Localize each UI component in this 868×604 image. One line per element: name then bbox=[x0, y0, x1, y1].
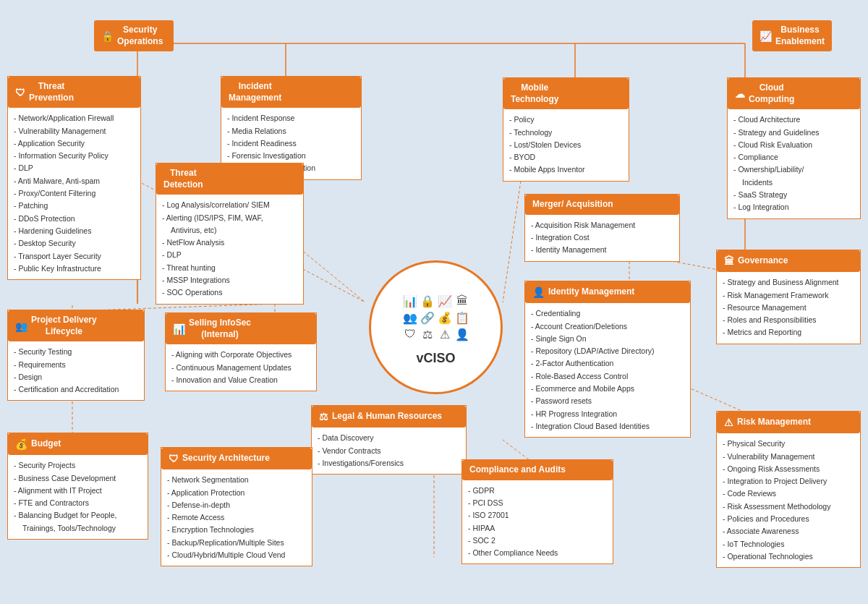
td-item-1: Log Analysis/correlation/ SIEM bbox=[162, 199, 297, 211]
pdl-item-3: Design bbox=[14, 371, 138, 383]
threat-detection-title: ThreatDetection bbox=[163, 168, 203, 190]
security-architecture-header: 🛡 Security Architecture bbox=[161, 448, 312, 469]
cc-item-1: Cloud Architecture bbox=[733, 114, 854, 126]
threat-prevention-title: ThreatPrevention bbox=[29, 81, 74, 103]
compliance-audits-content: GDPR PCI DSS ISO 27001 HIPAA SOC 2 Other… bbox=[462, 480, 613, 564]
sa-item-5: Encryption Technologies bbox=[167, 524, 306, 536]
tp-item-5: DLP bbox=[14, 162, 135, 174]
compliance-audits-header: Compliance and Audits bbox=[462, 460, 613, 480]
identity-management-box: 👤 Identity Management Credentialing Acco… bbox=[524, 281, 691, 438]
im-item-3: Incident Readiness bbox=[227, 137, 355, 150]
merger-acquisition-content: Acquisition Risk Management Integration … bbox=[525, 215, 679, 261]
rm-item-6: Risk Assessment Methodology bbox=[723, 501, 854, 513]
td-item-4: DLP bbox=[162, 249, 297, 261]
td-item-2: Alerting (IDS/IPS, FIM, WAF, bbox=[162, 212, 297, 224]
budget-icon: 💰 bbox=[15, 438, 27, 451]
vciso-label: vCISO bbox=[416, 351, 455, 366]
center-icons: 📊 🔒 📈 🏛 👥 🔗 💰 📋 🛡 ⚖ ⚠ 👤 bbox=[397, 289, 475, 347]
sa-item-6: Backup/Replication/Multiple Sites bbox=[167, 537, 306, 549]
idm-item-7: Ecommerce and Mobile Apps bbox=[531, 383, 684, 395]
sa-item-7: Cloud/Hybrid/Multiple Cloud Vend bbox=[167, 549, 306, 561]
gov-item-2: Risk Management Framework bbox=[723, 289, 854, 302]
tp-item-7: Proxy/Content Filtering bbox=[14, 187, 135, 200]
tp-item-10: Hardening Guidelines bbox=[14, 225, 135, 237]
idm-item-9: HR Progress Integration bbox=[531, 408, 684, 420]
chart-icon: 📊 bbox=[403, 294, 417, 308]
budget-box: 💰 Budget Security Projects Business Case… bbox=[7, 433, 148, 540]
rm-icon: ⚠ bbox=[724, 416, 733, 429]
td-item-6: MSSP Integrations bbox=[162, 274, 297, 286]
incident-management-title: IncidentManagement bbox=[229, 81, 281, 103]
project-delivery-title: Project DeliveryLifecycle bbox=[31, 315, 97, 337]
threat-prevention-content: Network/Application Firewall Vulnerabili… bbox=[8, 108, 140, 279]
rm-item-3: Ongoing Risk Assessments bbox=[723, 463, 854, 475]
cloud-computing-title: CloudComputing bbox=[749, 82, 794, 105]
network-icon: 🔗 bbox=[420, 311, 435, 325]
si-item-1: Aligning with Corporate Objectives bbox=[171, 349, 310, 361]
td-item-5: Threat hunting bbox=[162, 262, 297, 274]
governance-box: 🏛 Governance Strategy and Business Align… bbox=[716, 250, 861, 344]
gov-item-4: Roles and Responsibilities bbox=[723, 314, 854, 326]
legal-hr-title: Legal & Human Resources bbox=[332, 411, 442, 422]
sa-icon: 🛡 bbox=[169, 452, 179, 465]
shield-tp-icon: 🛡 bbox=[15, 86, 25, 99]
money-icon: 💰 bbox=[438, 311, 452, 325]
user-icon: 👤 bbox=[455, 328, 469, 341]
legal-icon: ⚖ bbox=[319, 410, 328, 423]
compliance-audits-box: Compliance and Audits GDPR PCI DSS ISO 2… bbox=[461, 459, 613, 564]
budget-content: Security Projects Business Case Developm… bbox=[8, 455, 148, 539]
mobile-technology-title: MobileTechnology bbox=[511, 82, 558, 105]
idm-item-4: Repository (LDAP/Active Directory) bbox=[531, 345, 684, 357]
sa-item-2: Application Protection bbox=[167, 487, 306, 499]
si-icon: 📊 bbox=[173, 323, 185, 336]
ca-item-1: GDPR bbox=[468, 485, 607, 497]
security-architecture-title: Security Architecture bbox=[182, 453, 270, 464]
lhr-item-2: Vendor Contracts bbox=[318, 445, 460, 457]
ca-item-6: Other Compliance Needs bbox=[468, 547, 607, 559]
ma-item-2: Integration Cost bbox=[531, 231, 673, 244]
tp-item-4: Information Security Policy bbox=[14, 150, 135, 162]
governance-header: 🏛 Governance bbox=[717, 250, 860, 272]
warning-icon: ⚠ bbox=[438, 328, 452, 341]
ca-item-2: PCI DSS bbox=[468, 497, 607, 509]
cc-item-7: Log Integration bbox=[733, 201, 854, 213]
business-enablement-title: BusinessEnablement bbox=[775, 25, 825, 47]
gov-item-3: Resource Management bbox=[723, 302, 854, 314]
cc-item-5: Ownership/Liability/ bbox=[733, 163, 854, 176]
b-item-4: FTE and Contractors bbox=[14, 497, 142, 509]
sa-item-3: Defense-in-depth bbox=[167, 499, 306, 511]
gov-item-1: Strategy and Business Alignment bbox=[723, 276, 854, 289]
mt-item-4: BYOD bbox=[509, 151, 623, 163]
cloud-computing-box: ☁ CloudComputing Cloud Architecture Stra… bbox=[727, 77, 861, 219]
td-item-2b: Antivirus, etc) bbox=[162, 224, 297, 237]
identity-management-title: Identity Management bbox=[548, 286, 634, 298]
idm-item-5: 2-Factor Authentication bbox=[531, 357, 684, 370]
tp-item-9: DDoS Protection bbox=[14, 213, 135, 225]
ma-item-3: Identity Management bbox=[531, 244, 673, 256]
idm-item-6: Role-Based Access Control bbox=[531, 370, 684, 383]
building-icon: 🏛 bbox=[455, 294, 469, 308]
mt-item-2: Technology bbox=[509, 127, 623, 139]
sa-item-1: Network Segmentation bbox=[167, 474, 306, 486]
b-item-5b: Trainings, Tools/Technology bbox=[14, 522, 142, 535]
rm-item-9: IoT Technologies bbox=[723, 538, 854, 550]
legal-hr-box: ⚖ Legal & Human Resources Data Discovery… bbox=[311, 405, 467, 475]
tp-item-6: Anti Malware, Anti-spam bbox=[14, 175, 135, 187]
tp-item-3: Application Security bbox=[14, 137, 135, 150]
rm-item-8: Associate Awareness bbox=[723, 525, 854, 537]
legal-hr-content: Data Discovery Vendor Contracts Investig… bbox=[312, 428, 466, 474]
lhr-item-3: Investigations/Forensics bbox=[318, 457, 460, 469]
pdl-item-4: Certification and Accreditation bbox=[14, 383, 138, 396]
rm-item-5: Code Reviews bbox=[723, 488, 854, 500]
security-operations-header: 🔒 SecurityOperations bbox=[94, 20, 174, 51]
im-item-1: Incident Response bbox=[227, 112, 355, 124]
threat-prevention-box: 🛡 ThreatPrevention Network/Application F… bbox=[7, 76, 141, 280]
pd-icon: 👥 bbox=[15, 320, 27, 333]
project-delivery-header: 👥 Project DeliveryLifecycle bbox=[8, 310, 144, 341]
tp-item-1: Network/Application Firewall bbox=[14, 112, 135, 124]
sa-item-4: Remote Access bbox=[167, 511, 306, 524]
governance-title: Governance bbox=[738, 255, 788, 267]
rm-item-2: Vulnerability Management bbox=[723, 451, 854, 463]
identity-management-header: 👤 Identity Management bbox=[525, 281, 690, 303]
lock-header-icon: 🔒 bbox=[101, 30, 114, 43]
